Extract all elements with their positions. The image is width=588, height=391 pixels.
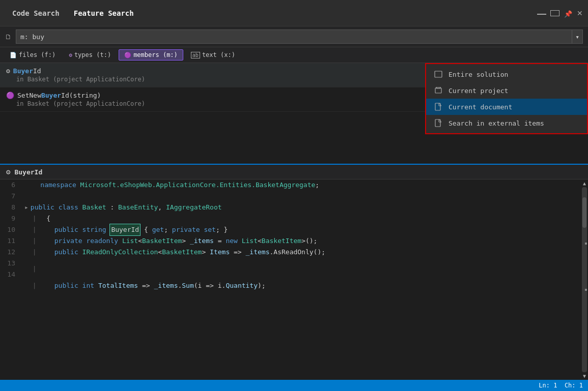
filter-tab-types[interactable]: ⚙ types (t:): [63, 49, 117, 61]
tab-code-search[interactable]: Code Search: [5, 5, 67, 21]
dropdown-search-external[interactable]: Search in external items: [426, 115, 587, 131]
code-line-9: | {: [24, 213, 577, 224]
close-button[interactable]: ✕: [577, 10, 583, 16]
dropdown-current-document[interactable]: Current document: [426, 99, 587, 115]
scroll-down-arrow[interactable]: ▼: [583, 373, 586, 379]
search-page-icon: 🗋: [5, 33, 12, 41]
search-dropdown-button[interactable]: ▾: [572, 29, 583, 44]
code-line-8: ▸ public class Basket : BaseEntity, IAgg…: [24, 202, 577, 213]
status-separator: [557, 382, 564, 389]
code-line-6: namespace Microsoft.eShopWeb.Application…: [24, 179, 577, 191]
status-ln: Ln: 1: [539, 382, 557, 389]
status-bar: Ln: 1 Ch: 1: [0, 380, 588, 391]
filter-bar: 📄 files (f:) ⚙ types (t:) 🟣 members (m:)…: [0, 47, 588, 63]
filter-tab-files-label: files (f:): [19, 51, 55, 58]
scroll-up-arrow[interactable]: ▲: [583, 181, 586, 186]
types-icon: ⚙: [69, 52, 72, 58]
entire-solution-icon: [434, 70, 442, 78]
scrollbar-thumb[interactable]: [582, 197, 586, 228]
code-header-title: BuyerId: [14, 168, 42, 176]
code-header: ⚙ BuyerId: [0, 165, 588, 179]
code-scrollbar[interactable]: ▲ ▼: [581, 179, 588, 380]
search-external-label: Search in external items: [449, 119, 579, 127]
code-line-10: | public string BuyerId { get; private s…: [24, 224, 577, 235]
text-icon: ab: [191, 52, 200, 58]
scrollbar-track[interactable]: [582, 187, 587, 372]
minimize-button[interactable]: [537, 14, 546, 15]
minimap-mark-2: [585, 289, 587, 291]
cube-icon: 🟣: [6, 92, 14, 99]
code-line-14: | public int TotalItems => _items.Sum(i …: [24, 280, 577, 291]
title-bar: Code Search Feature Search 📌 ✕: [0, 0, 588, 26]
maximize-button[interactable]: [550, 10, 559, 16]
filter-tab-members[interactable]: 🟣 members (m:): [119, 49, 183, 61]
code-area: ⚙ BuyerId 6 7 8 9 10 11 12 13 14 namespa…: [0, 165, 588, 380]
filter-tab-members-label: members (m:): [133, 51, 178, 58]
search-external-icon: [434, 119, 442, 127]
wrench-icon: ⚙: [6, 67, 10, 75]
filter-tab-text[interactable]: ab text (x:): [185, 49, 241, 61]
code-line-7: [24, 191, 577, 202]
files-icon: 📄: [10, 52, 17, 58]
search-input[interactable]: m: buy: [16, 29, 572, 44]
current-document-label: Current document: [449, 103, 579, 111]
current-project-icon: [434, 86, 442, 95]
code-line-11: | private readonly List<BasketItem> _ite…: [24, 235, 577, 247]
svg-rect-0: [435, 71, 442, 77]
dropdown-entire-solution[interactable]: Entire solution: [426, 66, 587, 82]
code-line-12: | public IReadOnlyCollection<BasketItem>…: [24, 247, 577, 258]
code-line-13: |: [24, 258, 577, 280]
filter-tab-text-label: text (x:): [202, 51, 235, 58]
search-query: m: buy: [20, 33, 44, 41]
code-content[interactable]: namespace Microsoft.eShopWeb.Application…: [20, 179, 581, 380]
code-header-icon: ⚙: [6, 168, 10, 176]
title-bar-controls: 📌 ✕: [537, 10, 583, 16]
tab-feature-search[interactable]: Feature Search: [67, 5, 141, 21]
search-bar: 🗋 m: buy ▾: [0, 26, 588, 47]
current-document-icon: [434, 103, 442, 111]
filter-tab-files[interactable]: 📄 files (f:): [4, 49, 61, 61]
status-ch: Ch: 1: [565, 382, 583, 389]
entire-solution-label: Entire solution: [449, 71, 579, 78]
pin-button[interactable]: 📌: [564, 10, 573, 16]
minimap-mark-1: [585, 243, 587, 245]
dropdown-current-project[interactable]: Current project: [426, 82, 587, 99]
line-numbers: 6 7 8 9 10 11 12 13 14: [0, 179, 20, 380]
members-icon: 🟣: [124, 52, 131, 58]
scope-dropdown: Entire solution Current project Current …: [425, 63, 588, 134]
code-body: 6 7 8 9 10 11 12 13 14 namespace Microso…: [0, 179, 588, 380]
filter-tab-types-label: types (t:): [74, 51, 111, 58]
results-area: ⚙ BuyerId in Basket (project Application…: [0, 63, 588, 165]
current-project-label: Current project: [449, 87, 579, 95]
